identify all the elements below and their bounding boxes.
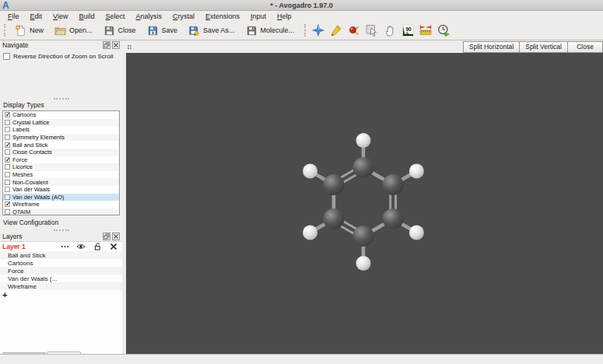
dock-spacer [0,61,122,96]
display-type-checkbox[interactable] [5,209,10,215]
select-tool-icon [366,24,378,37]
open-folder-icon [54,25,66,37]
layer-lock-button[interactable] [93,243,102,250]
split-horizontal-button[interactable]: Split Horizontal [463,41,519,53]
menu-file[interactable]: File [2,12,25,21]
display-type-checkbox[interactable] [5,180,10,185]
navigate-close-button[interactable] [112,41,120,49]
menu-select[interactable]: Select [100,12,130,21]
view-configuration-label[interactable]: View Configuration [0,215,122,228]
layer-item-cartoons[interactable]: Cartoons [0,259,122,267]
open-button[interactable]: Open... [49,23,98,39]
reverse-zoom-checkbox-row[interactable]: Reverse Direction of Zoom on Scroll [0,50,122,61]
menu-view[interactable]: View [47,12,73,21]
bond-centric-tool-button[interactable] [345,23,363,39]
hydrogen-atom [409,164,424,179]
display-type-checkbox[interactable]: ✓ [5,201,10,207]
layer-item-van-der-waals[interactable]: Van der Waals (... [0,275,122,282]
display-type-checkbox[interactable] [5,127,10,132]
align-tool-button[interactable] [417,23,434,39]
layer-name[interactable]: Layer 1 [2,243,43,250]
menu-input[interactable]: Input [245,12,272,21]
display-type-checkbox[interactable] [5,135,10,140]
display-type-licorice[interactable]: Licorice [3,163,119,171]
navigate-undock-button[interactable] [103,41,110,49]
display-type-checkbox[interactable] [5,187,10,192]
close-button[interactable]: Close [567,41,603,53]
display-type-non-covalent[interactable]: Non-Covalent [3,178,119,186]
hydrogen-atom [303,164,317,179]
display-type-crystal-lattice[interactable]: Crystal Lattice [3,119,119,127]
manipulate-tool-button[interactable] [381,23,398,39]
display-type-label: Non-Covalent [12,179,48,186]
layers-undock-button[interactable] [103,233,110,240]
draw-tool-button[interactable] [328,23,345,39]
display-type-close-contacts[interactable]: Close Contacts [3,149,119,156]
menu-edit[interactable]: Edit [25,12,48,21]
layer-item-force[interactable]: Force [0,267,122,275]
svg-text:90: 90 [406,26,412,32]
bond-centric-tool-icon [348,24,360,37]
display-type-checkbox[interactable]: ✓ [5,157,10,163]
display-type-cartoons[interactable]: ✓Cartoons [3,111,119,119]
display-type-checkbox[interactable]: ✓ [5,142,10,148]
close-button[interactable]: Close [98,23,142,39]
layer-visibility-button[interactable] [76,243,86,250]
menu-help[interactable]: Help [272,12,297,21]
display-type-qtaim[interactable]: QTAIM [3,208,119,215]
display-type-checkbox[interactable] [5,164,10,170]
display-type-checkbox[interactable]: ✓ [5,112,10,117]
benzene-molecule [126,53,603,354]
close-file-icon [103,25,115,37]
save-as-icon [188,25,200,37]
menu-extensions[interactable]: Extensions [200,12,245,21]
layer-menu-button[interactable] [60,243,69,250]
new-button[interactable]: New [9,23,49,39]
viewport-toolbar-handle[interactable] [128,45,131,49]
display-type-force[interactable]: ✓Force [3,156,119,164]
split-vertical-button[interactable]: Split Vertical [519,41,567,53]
button-label: Close [118,26,136,34]
manipulate-tool-icon [384,24,396,37]
toolbar: NewOpen...CloseSaveSave As...Molecule...… [0,21,603,40]
menu-analysis[interactable]: Analysis [130,12,167,21]
gl-viewport[interactable] [126,53,603,354]
select-tool-button[interactable] [363,23,380,39]
layer-item-ball-and-stick[interactable]: Ball and Stick [0,251,122,259]
layer-row[interactable]: Layer 1 [0,242,122,251]
save-as-button[interactable]: Save As... [183,23,240,39]
layer-item-wireframe[interactable]: Wireframe [0,282,122,290]
display-type-van-der-waals-ao[interactable]: Van der Waals (AO) [3,194,119,201]
menu-build[interactable]: Build [73,12,100,21]
display-type-checkbox[interactable] [5,149,10,155]
window-title: * - Avogadro 1.97.0 [270,2,332,9]
display-type-van-der-waals[interactable]: Van der Waals [3,186,119,194]
display-type-checkbox[interactable] [5,194,10,200]
molecule-button[interactable]: Molecule... [240,23,300,39]
display-type-labels[interactable]: Labels [3,126,119,134]
menu-crystal[interactable]: Crystal [167,12,200,21]
layer-remove-button[interactable] [109,243,118,250]
window-titlebar[interactable]: A * - Avogadro 1.97.0 [0,0,603,11]
animation-tool-button[interactable] [435,23,452,39]
add-layer-button[interactable]: + [0,290,122,299]
layers-close-button[interactable] [112,233,120,240]
display-type-meshes[interactable]: Meshes [3,171,119,179]
display-type-checkbox[interactable] [5,172,10,177]
display-type-symmetry-elements[interactable]: Symmetry Elements [3,134,119,142]
button-label: Open... [69,26,93,34]
reverse-zoom-checkbox[interactable] [3,53,10,60]
display-type-checkbox[interactable] [5,120,10,125]
display-type-label: Symmetry Elements [12,134,65,141]
toolbar-drag-handle[interactable] [4,24,7,37]
hydrogen-atom [409,226,424,240]
measure-tool-button[interactable]: 90 [399,23,416,39]
navigate-tool-button[interactable] [310,23,327,39]
display-type-label: QTAIM [12,208,30,215]
menubar: FileEditViewBuildSelectAnalysisCrystalEx… [0,11,603,21]
display-type-wireframe[interactable]: ✓Wireframe [3,201,119,208]
save-button[interactable]: Save [142,23,184,39]
display-type-label: Crystal Lattice [12,119,50,126]
animation-tool-icon [437,24,450,37]
display-type-ball-and-stick[interactable]: ✓Ball and Stick [3,141,119,149]
